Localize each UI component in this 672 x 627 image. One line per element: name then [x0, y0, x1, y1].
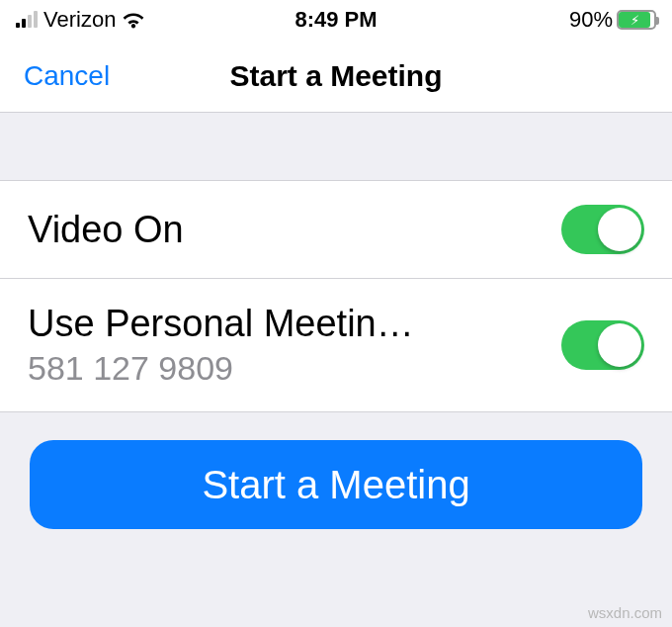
carrier-label: Verizon: [43, 7, 116, 33]
status-right: 90% ⚡︎: [569, 7, 656, 33]
video-on-toggle[interactable]: [561, 205, 644, 254]
status-left: Verizon: [16, 7, 145, 33]
charging-bolt-icon: ⚡︎: [630, 13, 639, 28]
attribution-label: wsxdn.com: [588, 604, 662, 621]
row-use-pmi: Use Personal Meetin… 581 127 9809: [0, 279, 672, 411]
start-meeting-button[interactable]: Start a Meeting: [30, 440, 642, 529]
toggle-knob: [598, 323, 641, 367]
use-pmi-label: Use Personal Meetin…: [28, 303, 546, 345]
pmi-number: 581 127 9809: [28, 349, 546, 388]
use-pmi-toggle[interactable]: [561, 320, 644, 370]
wifi-icon: [122, 11, 145, 29]
battery-icon: ⚡︎: [617, 10, 656, 30]
page-title: Start a Meeting: [229, 59, 442, 93]
status-bar: Verizon 8:49 PM 90% ⚡︎: [0, 0, 672, 40]
row-video-on: Video On: [0, 181, 672, 279]
cellular-signal-icon: [16, 12, 38, 28]
cancel-button[interactable]: Cancel: [24, 60, 110, 92]
section-gap: [0, 113, 672, 180]
action-area: Start a Meeting: [0, 412, 672, 557]
toggle-knob: [598, 208, 641, 251]
video-on-label: Video On: [28, 209, 546, 251]
status-time: 8:49 PM: [294, 7, 377, 33]
nav-bar: Cancel Start a Meeting: [0, 40, 672, 113]
settings-list: Video On Use Personal Meetin… 581 127 98…: [0, 180, 672, 412]
battery-percent: 90%: [569, 7, 613, 33]
